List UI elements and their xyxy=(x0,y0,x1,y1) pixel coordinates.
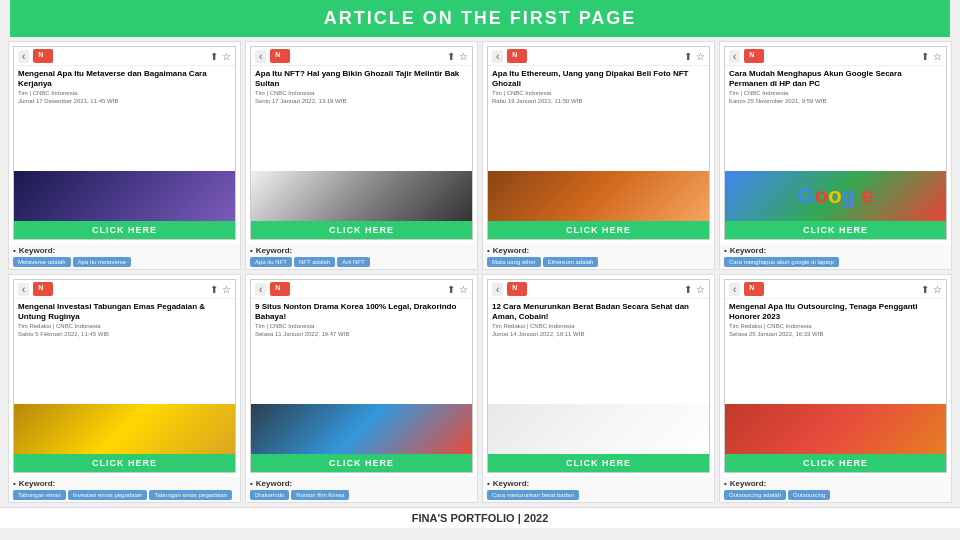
click-here-button-3[interactable]: CLICK HERE xyxy=(488,221,709,239)
back-button-8[interactable]: ‹ xyxy=(729,283,740,296)
back-button-1[interactable]: ‹ xyxy=(18,50,29,63)
card-meta-5: Tim Redaksi | CNBC Indonesia xyxy=(18,323,231,329)
keyword-tag-7-1[interactable]: Cara menurunkan berat badan xyxy=(487,490,579,500)
card-date-3: Rabu 19 Januari 2022, 11:50 WIB xyxy=(492,98,705,104)
card-title-3: Apa Itu Ethereum, Uang yang Dipakai Beli… xyxy=(492,69,705,88)
back-button-3[interactable]: ‹ xyxy=(492,50,503,63)
card-image-6 xyxy=(251,404,472,454)
card-wrapper-7: ‹ ⬆ ☆ 12 Cara Menurunkan Berat Badan Sec… xyxy=(482,274,715,503)
card-meta-7: Tim Redaksi | CNBC Indonesia xyxy=(492,323,705,329)
keyword-tag-3-2[interactable]: Ethereum adalah xyxy=(543,257,599,267)
card-image-1 xyxy=(14,171,235,221)
card-title-2: Apa Itu NFT? Hal yang Bikin Ghozali Taji… xyxy=(255,69,468,88)
keyword-section-2: Keyword: Apa itu NFTNFT adalahArti NFT xyxy=(246,244,477,269)
share-icon-8: ⬆ xyxy=(921,284,929,295)
card-icons-7: ⬆ ☆ xyxy=(684,284,705,295)
bookmark-icon-5: ☆ xyxy=(222,284,231,295)
keyword-tag-3-1[interactable]: Mata uang ether xyxy=(487,257,541,267)
card-meta-2: Tim | CNBC Indonesia xyxy=(255,90,468,96)
back-button-7[interactable]: ‹ xyxy=(492,283,503,296)
card-content-7: 12 Cara Menurunkan Berat Badan Secara Se… xyxy=(488,299,709,404)
keyword-tag-8-2[interactable]: Outsourcing xyxy=(788,490,830,500)
card-meta-6: Tim | CNBC Indonesia xyxy=(255,323,468,329)
card-image-4: Google xyxy=(725,171,946,221)
click-here-button-5[interactable]: CLICK HERE xyxy=(14,454,235,472)
keyword-label-1: Keyword: xyxy=(13,246,236,255)
keyword-label-2: Keyword: xyxy=(250,246,473,255)
keyword-tag-5-1[interactable]: Tabungan emas xyxy=(13,490,66,500)
bookmark-icon-2: ☆ xyxy=(459,51,468,62)
keyword-tag-6-1[interactable]: Drakorindo xyxy=(250,490,289,500)
keyword-label-4: Keyword: xyxy=(724,246,947,255)
card-date-7: Jumat 14 Januari 2022, 19:11 WIB xyxy=(492,331,705,337)
keyword-tags-7: Cara menurunkan berat badan xyxy=(487,490,710,500)
cnbc-logo-6 xyxy=(270,282,290,296)
click-here-button-4[interactable]: CLICK HERE xyxy=(725,221,946,239)
card-image-3 xyxy=(488,171,709,221)
keyword-tag-1-2[interactable]: Apa itu metaverse xyxy=(73,257,131,267)
card-1: ‹ ⬆ ☆ Mengenal Apa Itu Metaverse dan Bag… xyxy=(13,46,236,240)
keyword-tags-5: Tabungan emasInvestasi emas pegadaianTab… xyxy=(13,490,236,500)
card-8: ‹ ⬆ ☆ Mengenal Apa Itu Outsourcing, Tena… xyxy=(724,279,947,473)
card-wrapper-1: ‹ ⬆ ☆ Mengenal Apa Itu Metaverse dan Bag… xyxy=(8,41,241,270)
back-button-2[interactable]: ‹ xyxy=(255,50,266,63)
card-content-8: Mengenal Apa Itu Outsourcing, Tenaga Pen… xyxy=(725,299,946,404)
keyword-label-5: Keyword: xyxy=(13,479,236,488)
cnbc-logo-3 xyxy=(507,49,527,63)
keyword-tags-3: Mata uang etherEthereum adalah xyxy=(487,257,710,267)
card-wrapper-5: ‹ ⬆ ☆ Mengenal Investasi Tabungan Emas P… xyxy=(8,274,241,503)
keyword-tag-1-1[interactable]: Metaverse adalah xyxy=(13,257,71,267)
grid-container: ‹ ⬆ ☆ Mengenal Apa Itu Metaverse dan Bag… xyxy=(0,37,960,507)
cnbc-logo-5 xyxy=(33,282,53,296)
keyword-tag-5-2[interactable]: Investasi emas pegadaian xyxy=(68,490,148,500)
keyword-tag-6-2[interactable]: Nonton film Korea xyxy=(291,490,349,500)
keyword-tag-2-1[interactable]: Apa itu NFT xyxy=(250,257,292,267)
keyword-section-5: Keyword: Tabungan emasInvestasi emas peg… xyxy=(9,477,240,502)
keyword-tag-2-3[interactable]: Arti NFT xyxy=(337,257,369,267)
card-content-1: Mengenal Apa Itu Metaverse dan Bagaimana… xyxy=(14,66,235,171)
click-here-button-8[interactable]: CLICK HERE xyxy=(725,454,946,472)
card-wrapper-8: ‹ ⬆ ☆ Mengenal Apa Itu Outsourcing, Tena… xyxy=(719,274,952,503)
card-title-5: Mengenal Investasi Tabungan Emas Pegadai… xyxy=(18,302,231,321)
page-title-bar: ARTICLE ON THE FIRST PAGE xyxy=(10,0,950,37)
card-date-4: Kamis 25 November 2021, 9:59 WIB xyxy=(729,98,942,104)
click-here-button-2[interactable]: CLICK HERE xyxy=(251,221,472,239)
share-icon-4: ⬆ xyxy=(921,51,929,62)
card-icons-8: ⬆ ☆ xyxy=(921,284,942,295)
keyword-label-6: Keyword: xyxy=(250,479,473,488)
card-wrapper-6: ‹ ⬆ ☆ 9 Situs Nonton Drama Korea 100% Le… xyxy=(245,274,478,503)
click-here-button-1[interactable]: CLICK HERE xyxy=(14,221,235,239)
keyword-tag-4-1[interactable]: Cara menghapus akun google di laptop xyxy=(724,257,839,267)
back-button-6[interactable]: ‹ xyxy=(255,283,266,296)
card-image-2 xyxy=(251,171,472,221)
card-title-8: Mengenal Apa Itu Outsourcing, Tenaga Pen… xyxy=(729,302,942,321)
share-icon-5: ⬆ xyxy=(210,284,218,295)
card-6: ‹ ⬆ ☆ 9 Situs Nonton Drama Korea 100% Le… xyxy=(250,279,473,473)
share-icon-7: ⬆ xyxy=(684,284,692,295)
card-date-2: Senin 17 Januari 2022, 13:19 WIB xyxy=(255,98,468,104)
keyword-tag-8-1[interactable]: Outsourcing adalah xyxy=(724,490,786,500)
share-icon-6: ⬆ xyxy=(447,284,455,295)
keyword-tag-2-2[interactable]: NFT adalah xyxy=(294,257,335,267)
click-here-button-7[interactable]: CLICK HERE xyxy=(488,454,709,472)
keyword-section-4: Keyword: Cara menghapus akun google di l… xyxy=(720,244,951,269)
card-icons-2: ⬆ ☆ xyxy=(447,51,468,62)
footer: FINA'S PORTFOLIO | 2022 xyxy=(0,507,960,528)
card-image-7 xyxy=(488,404,709,454)
keyword-tag-5-3[interactable]: Tabungan emas pegadaian xyxy=(149,490,231,500)
card-title-6: 9 Situs Nonton Drama Korea 100% Legal, D… xyxy=(255,302,468,321)
keyword-section-8: Keyword: Outsourcing adalahOutsourcing xyxy=(720,477,951,502)
card-content-2: Apa Itu NFT? Hal yang Bikin Ghozali Taji… xyxy=(251,66,472,171)
card-wrapper-3: ‹ ⬆ ☆ Apa Itu Ethereum, Uang yang Dipaka… xyxy=(482,41,715,270)
card-5: ‹ ⬆ ☆ Mengenal Investasi Tabungan Emas P… xyxy=(13,279,236,473)
card-image-8 xyxy=(725,404,946,454)
keyword-section-7: Keyword: Cara menurunkan berat badan xyxy=(483,477,714,502)
card-date-1: Jumat 17 Desember 2021, 11:45 WIB xyxy=(18,98,231,104)
cnbc-logo-2 xyxy=(270,49,290,63)
card-topbar-3: ‹ ⬆ ☆ xyxy=(488,47,709,66)
keyword-section-3: Keyword: Mata uang etherEthereum adalah xyxy=(483,244,714,269)
back-button-5[interactable]: ‹ xyxy=(18,283,29,296)
click-here-button-6[interactable]: CLICK HERE xyxy=(251,454,472,472)
keyword-label-8: Keyword: xyxy=(724,479,947,488)
back-button-4[interactable]: ‹ xyxy=(729,50,740,63)
